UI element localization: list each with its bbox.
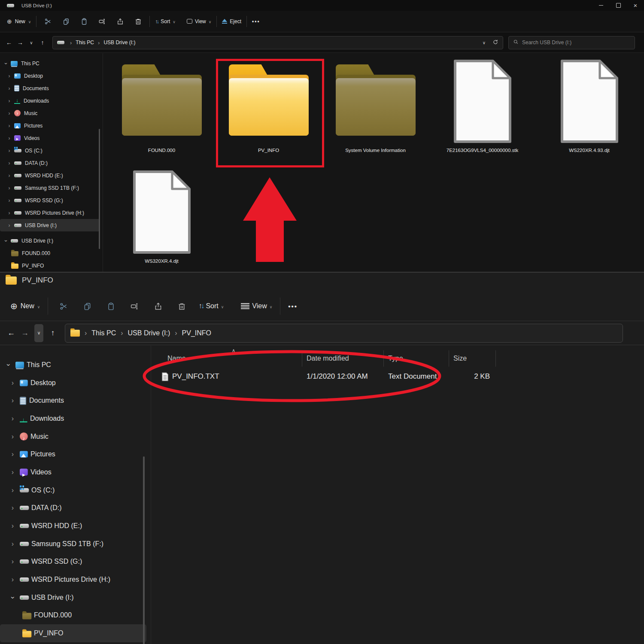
tree-chevron-icon[interactable] [7, 185, 12, 191]
up-button[interactable]: ↑ [37, 39, 48, 46]
tree-chevron-icon[interactable] [7, 148, 12, 154]
sidebar-item[interactable]: WSRD SSD (G:) [0, 553, 146, 571]
sidebar-scrollbar[interactable] [143, 456, 145, 644]
refresh-button[interactable] [492, 39, 498, 46]
sidebar-item[interactable]: Pictures [0, 119, 100, 132]
more-options-button[interactable]: ••• [252, 18, 260, 24]
folder-tab[interactable]: PV_INFO [0, 276, 53, 285]
column-header-date-modified[interactable]: Date modified [302, 350, 384, 367]
tree-chevron-icon[interactable] [7, 73, 12, 79]
tree-chevron-icon[interactable] [9, 379, 16, 387]
tree-chevron-icon[interactable] [5, 361, 12, 369]
tree-chevron-icon[interactable] [7, 85, 12, 91]
close-button[interactable] [627, 0, 644, 11]
sort-button[interactable]: ↑↓ Sort [155, 18, 176, 24]
sidebar-item[interactable]: DATA (D:) [0, 157, 100, 169]
tree-chevron-icon[interactable] [9, 486, 16, 494]
copy-button[interactable] [61, 17, 70, 26]
tree-chevron-icon[interactable] [9, 468, 16, 476]
tree-chevron-icon[interactable] [9, 522, 16, 530]
file-item[interactable]: System Volume Information [322, 56, 429, 167]
file-item[interactable]: 7E2163OG9VLS4_00000000.stk [429, 56, 536, 167]
sidebar-item[interactable]: PV_INFO [0, 624, 146, 642]
sidebar-item[interactable]: USB Drive (I:) [0, 219, 100, 231]
tree-chevron-icon[interactable] [7, 210, 12, 216]
sidebar-item[interactable]: Downloads [0, 410, 146, 428]
breadcrumb-usb-drive[interactable]: USB Drive (I:) [125, 329, 173, 337]
view-button[interactable]: View [241, 302, 272, 310]
tree-chevron-icon[interactable] [9, 576, 16, 583]
rename-button[interactable] [97, 17, 106, 26]
tree-chevron-icon[interactable] [7, 123, 12, 129]
sort-button[interactable]: ↑↓ Sort [198, 302, 224, 310]
eject-button[interactable]: Eject [222, 18, 241, 24]
sidebar-item[interactable]: Samsung SSD 1TB (F:) [0, 535, 146, 553]
back-button[interactable]: ← [4, 328, 18, 337]
tree-chevron-icon[interactable] [9, 415, 16, 422]
address-dropdown-icon[interactable]: ∨ [483, 40, 486, 45]
sidebar-item[interactable]: Videos [0, 132, 100, 144]
file-item[interactable]: WS320XR.4.djt [108, 167, 215, 277]
recent-locations-button[interactable]: ∨ [34, 324, 43, 342]
column-header-type[interactable]: Type [384, 350, 449, 367]
cut-button[interactable] [43, 17, 52, 26]
sidebar-item[interactable]: WSRD SSD (G:) [0, 194, 100, 207]
rename-button[interactable] [130, 302, 139, 311]
sidebar-item[interactable]: Videos [0, 463, 146, 481]
sidebar-item[interactable]: Pictures [0, 445, 146, 463]
cut-button[interactable] [59, 302, 68, 311]
tree-chevron-icon[interactable] [7, 135, 12, 141]
breadcrumb-this-pc[interactable]: This PC [74, 39, 96, 46]
file-item[interactable]: FOUND.000 [108, 56, 215, 167]
sidebar-item[interactable]: WSRD Pictures Drive (H:) [0, 207, 100, 219]
tree-chevron-icon[interactable] [9, 504, 16, 512]
search-box[interactable] [508, 36, 635, 49]
tree-chevron-icon[interactable] [3, 238, 8, 244]
view-button[interactable]: View [187, 18, 211, 24]
recent-locations-button[interactable]: ∨ [26, 40, 37, 45]
breadcrumb-usb-drive[interactable]: USB Drive (I:) [102, 39, 137, 46]
forward-button[interactable]: → [15, 39, 26, 46]
tree-chevron-icon[interactable] [9, 558, 16, 565]
sidebar-item[interactable]: OS (C:) [0, 144, 100, 157]
tree-chevron-icon[interactable] [7, 98, 12, 104]
sidebar-item[interactable]: WSRD HDD (E:) [0, 169, 100, 182]
share-button[interactable] [115, 17, 125, 26]
table-row[interactable]: PV_INFO.TXT 1/1/2020 12:00 AM Text Docum… [155, 368, 644, 386]
sidebar-item[interactable]: Desktop [0, 70, 100, 82]
sidebar-item[interactable]: Documents [0, 392, 146, 410]
column-header-name[interactable]: Name [155, 350, 302, 367]
forward-button[interactable]: → [18, 328, 32, 337]
breadcrumb[interactable]: › This PC › USB Drive (I:) › PV_INFO [65, 324, 623, 343]
sidebar-item[interactable]: Music [0, 107, 100, 119]
tree-chevron-icon[interactable] [7, 197, 12, 204]
sidebar-item[interactable]: WSRD HDD (E:) [0, 517, 146, 535]
sidebar-item[interactable]: FOUND.000 [0, 247, 100, 259]
tree-chevron-icon[interactable] [7, 173, 12, 179]
minimize-button[interactable] [592, 0, 610, 11]
file-item[interactable]: WS220XR.4.93.djt [536, 56, 643, 167]
share-button[interactable] [154, 302, 163, 311]
back-button[interactable]: ← [3, 39, 15, 46]
new-button[interactable]: New [10, 301, 40, 311]
tree-chevron-icon[interactable] [7, 222, 12, 228]
tree-chevron-icon[interactable] [9, 450, 16, 458]
new-button[interactable]: New [7, 18, 31, 25]
tree-chevron-icon[interactable] [7, 160, 12, 166]
sidebar-item[interactable]: PV_INFO [0, 259, 100, 272]
column-header-size[interactable]: Size [449, 350, 496, 367]
maximize-button[interactable] [610, 0, 627, 11]
more-options-button[interactable]: ••• [288, 303, 298, 310]
sidebar-item[interactable]: USB Drive (I:) [0, 589, 146, 607]
tree-chevron-icon[interactable] [9, 433, 16, 440]
search-input[interactable] [522, 39, 621, 46]
copy-button[interactable] [83, 302, 92, 311]
sidebar-item[interactable]: Music [0, 428, 146, 446]
tree-chevron-icon[interactable] [3, 61, 8, 67]
up-button[interactable]: ↑ [46, 328, 60, 337]
delete-button[interactable] [177, 302, 186, 311]
sidebar-item[interactable]: This PC [0, 57, 100, 70]
paste-button[interactable] [106, 302, 115, 311]
tree-chevron-icon[interactable] [7, 110, 12, 116]
sidebar-item[interactable]: Desktop [0, 374, 146, 392]
